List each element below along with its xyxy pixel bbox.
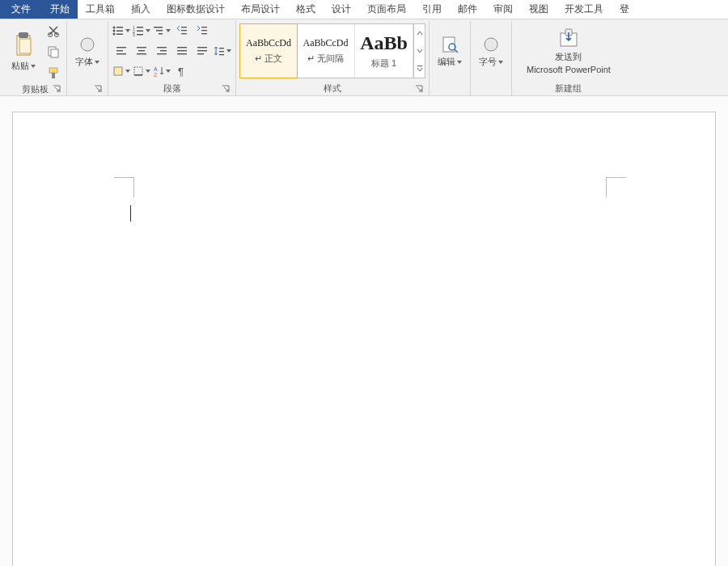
tab-chart-data[interactable]: 图标数据设计 (159, 0, 233, 19)
multilevel-icon (153, 25, 164, 36)
group-font: 字体 (67, 21, 108, 95)
svg-rect-11 (116, 27, 123, 28)
shading-button[interactable] (112, 61, 131, 81)
svg-rect-26 (181, 30, 187, 31)
svg-rect-48 (219, 54, 224, 55)
pilcrow-icon: ¶ (176, 65, 188, 77)
bullets-icon (112, 25, 124, 36)
svg-rect-30 (201, 33, 207, 34)
svg-text:3: 3 (133, 32, 135, 36)
font-button[interactable]: 字体 (70, 33, 104, 70)
svg-rect-23 (156, 30, 163, 32)
text-cursor (130, 205, 131, 222)
styles-launcher[interactable] (414, 84, 424, 94)
clipboard-launcher[interactable] (52, 84, 61, 94)
chevron-up-icon (417, 31, 423, 36)
bullets-button[interactable] (112, 21, 131, 40)
tab-login[interactable]: 登 (612, 0, 637, 19)
line-spacing-icon (214, 45, 225, 57)
circle-icon (481, 35, 501, 54)
copy-button[interactable] (44, 42, 63, 61)
svg-rect-17 (137, 27, 143, 28)
tab-design[interactable]: 设计 (324, 0, 359, 19)
styles-gallery: AaBbCcDd ↵ 正文 AaBbCcDd ↵ 无间隔 AaBb 标题 1 (239, 23, 425, 78)
brush-icon (47, 66, 60, 79)
tab-insert[interactable]: 插入 (123, 0, 159, 19)
svg-rect-28 (201, 27, 207, 27)
svg-point-10 (113, 27, 116, 29)
send-to-ppt-icon (557, 28, 580, 49)
style-nospacing[interactable]: AaBbCcDd ↵ 无间隔 (297, 24, 355, 78)
tab-format[interactable]: 格式 (288, 0, 324, 19)
tab-layout[interactable]: 布局设计 (233, 0, 288, 19)
edit-button[interactable]: 编辑 (433, 33, 467, 70)
borders-button[interactable] (132, 61, 151, 81)
show-marks-button[interactable]: ¶ (172, 61, 192, 81)
align-center-button[interactable] (132, 41, 151, 61)
send-to-powerpoint-button[interactable]: 发送到 Microsoft PowerPoint (515, 27, 622, 76)
tab-review[interactable]: 审阅 (485, 0, 521, 19)
svg-rect-43 (197, 47, 207, 48)
align-right-icon (156, 45, 167, 57)
tab-page-layout[interactable]: 页面布局 (359, 0, 414, 19)
svg-rect-19 (137, 31, 143, 32)
svg-rect-21 (137, 34, 143, 36)
find-icon (440, 35, 459, 54)
tab-file[interactable]: 文件 (0, 0, 42, 19)
svg-text:Z: Z (154, 72, 158, 77)
svg-point-58 (485, 38, 497, 51)
tab-toolbox[interactable]: 工具箱 (78, 0, 123, 19)
style-preview: AaBbCcDd (246, 37, 291, 49)
svg-rect-22 (154, 27, 163, 28)
tab-reference[interactable]: 引用 (414, 0, 450, 19)
send-to-label2: Microsoft PowerPoint (527, 65, 611, 74)
align-right-button[interactable] (152, 41, 171, 61)
svg-rect-42 (177, 53, 187, 54)
tab-home[interactable]: 开始 (42, 0, 78, 19)
style-normal[interactable]: AaBbCcDd ↵ 正文 (239, 23, 298, 78)
numbering-icon: 123 (133, 25, 144, 36)
size-label: 字号 (479, 56, 503, 68)
cut-button[interactable] (44, 21, 63, 40)
distribute-icon (197, 45, 208, 57)
margin-corner-tr (606, 177, 626, 197)
style-label: ↵ 无间隔 (307, 53, 344, 65)
ribbon-tabs: 文件 开始 工具箱 插入 图标数据设计 布局设计 格式 设计 页面布局 引用 邮… (0, 0, 728, 19)
gallery-more[interactable] (414, 60, 425, 78)
svg-point-14 (113, 33, 116, 36)
paragraph-label: 段落 (163, 82, 181, 95)
tab-mail[interactable]: 邮件 (450, 0, 485, 19)
line-spacing-button[interactable] (213, 41, 232, 61)
clipboard-label: 剪贴板 (22, 83, 49, 95)
outdent-button[interactable] (172, 21, 192, 40)
svg-rect-37 (157, 47, 167, 48)
justify-button[interactable] (172, 41, 192, 61)
svg-rect-51 (134, 74, 142, 76)
style-preview: AaBb (360, 32, 408, 54)
multilevel-button[interactable] (152, 21, 171, 40)
tab-dev[interactable]: 开发工具 (557, 0, 612, 19)
font-launcher[interactable] (93, 84, 103, 94)
indent-button[interactable] (193, 21, 212, 40)
gallery-down[interactable] (414, 42, 425, 60)
paragraph-launcher[interactable] (221, 84, 231, 94)
style-heading1[interactable]: AaBb 标题 1 (355, 24, 413, 78)
gallery-up[interactable] (414, 24, 425, 42)
distribute-button[interactable] (193, 41, 212, 61)
numbering-button[interactable]: 123 (132, 21, 151, 40)
copy-icon (47, 45, 60, 58)
size-button[interactable]: 字号 (474, 33, 508, 70)
paste-button[interactable]: 粘贴 (6, 31, 40, 74)
svg-rect-6 (51, 49, 58, 57)
page[interactable] (12, 112, 716, 566)
svg-rect-36 (137, 53, 146, 54)
sort-button[interactable]: AZ (152, 61, 171, 81)
scissors-icon (47, 24, 60, 37)
svg-rect-40 (177, 47, 187, 48)
align-left-button[interactable] (112, 41, 131, 61)
tab-view[interactable]: 视图 (521, 0, 557, 19)
edit-label: 编辑 (438, 56, 462, 68)
font-label: 字体 (75, 56, 99, 68)
format-painter-button[interactable] (44, 63, 63, 82)
indent-icon (197, 25, 208, 36)
